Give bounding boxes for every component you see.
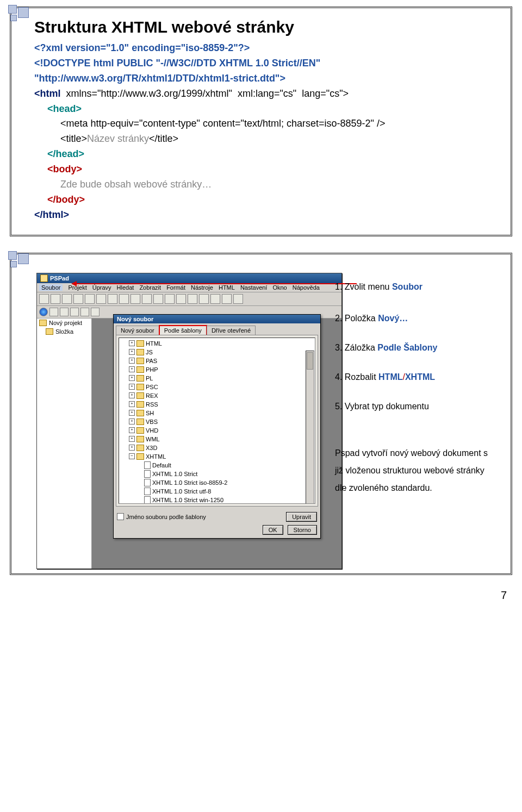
filename-by-template-checkbox[interactable]: Jméno souboru podle šablony bbox=[117, 513, 206, 520]
checkbox-icon[interactable] bbox=[117, 513, 124, 520]
folder-icon bbox=[46, 328, 53, 335]
tree-label: VHD bbox=[146, 426, 158, 435]
toolbar-button[interactable] bbox=[96, 294, 106, 304]
toolbar-button[interactable] bbox=[176, 294, 186, 304]
expand-icon[interactable]: + bbox=[129, 340, 135, 346]
tree-node-xhtml[interactable]: −XHTML bbox=[121, 452, 313, 461]
tree-node[interactable]: +REX bbox=[121, 391, 313, 400]
toolbar-button[interactable] bbox=[91, 308, 100, 316]
ok-button[interactable]: OK bbox=[263, 525, 283, 535]
tree-node[interactable]: +PL bbox=[121, 374, 313, 383]
menu-nastaveni[interactable]: Nastavení bbox=[240, 284, 268, 291]
tree-node[interactable]: +RSS bbox=[121, 400, 313, 409]
tree-leaf[interactable]: XHTML 1.0 Strict bbox=[121, 470, 313, 478]
toolbar-button[interactable] bbox=[39, 294, 49, 304]
expand-icon[interactable]: + bbox=[129, 366, 135, 372]
toolbar-button[interactable] bbox=[188, 294, 197, 304]
tab-drive-otevrene[interactable]: Dříve otevřené bbox=[207, 326, 256, 335]
edit-button[interactable]: Upravit bbox=[286, 512, 317, 522]
tree-node[interactable]: +VBS bbox=[121, 417, 313, 426]
tree-label: WML bbox=[146, 435, 160, 444]
expand-icon[interactable]: + bbox=[129, 427, 135, 433]
toolbar-button[interactable] bbox=[60, 308, 69, 316]
tree-node[interactable]: +WML bbox=[121, 435, 313, 444]
folder-icon bbox=[136, 419, 144, 425]
expand-icon[interactable]: + bbox=[129, 401, 135, 407]
menu-nastroje[interactable]: Nástroje bbox=[191, 284, 213, 291]
menu-soubor[interactable]: Soubor bbox=[39, 284, 63, 291]
toolbar-button[interactable] bbox=[165, 294, 175, 304]
menu-hledat[interactable]: Hledat bbox=[117, 284, 134, 291]
sidebar-label: Nový projekt bbox=[49, 320, 82, 326]
expand-icon[interactable]: + bbox=[129, 410, 135, 416]
toolbar bbox=[37, 292, 341, 306]
tree-node[interactable]: +X3D bbox=[121, 444, 313, 452]
tab-podle-sablony[interactable]: Podle šablony bbox=[159, 326, 207, 335]
tree-node[interactable]: +JS bbox=[121, 348, 313, 357]
tree-leaf[interactable]: XHTML 1.0 Strict win-1250 bbox=[121, 496, 313, 504]
template-tree[interactable]: +HTML +JS +PAS +PHP +PL +PSC +REX +RSS +… bbox=[119, 338, 315, 504]
menu-format[interactable]: Formát bbox=[166, 284, 185, 291]
toolbar-button[interactable] bbox=[142, 294, 152, 304]
expand-icon[interactable]: + bbox=[129, 375, 135, 381]
tree-node[interactable]: +HTML bbox=[121, 339, 313, 348]
tree-leaf[interactable]: Default bbox=[121, 461, 313, 470]
window-title: PSPad bbox=[50, 275, 69, 282]
toolbar-button[interactable] bbox=[62, 294, 72, 304]
expand-icon[interactable]: + bbox=[129, 392, 135, 398]
toolbar-button[interactable] bbox=[222, 294, 232, 304]
toolbar-button[interactable] bbox=[210, 294, 220, 304]
toolbar-button[interactable] bbox=[130, 294, 140, 304]
expand-icon[interactable]: + bbox=[129, 436, 135, 442]
cancel-button[interactable]: Storno bbox=[288, 525, 317, 535]
tree-label: PAS bbox=[146, 357, 157, 365]
expand-icon[interactable]: + bbox=[129, 349, 135, 355]
sidebar-item[interactable]: Složka bbox=[37, 327, 91, 336]
toolbar-button[interactable] bbox=[199, 294, 209, 304]
dialog-tabs: Nový soubor Podle šablony Dříve otevřené bbox=[114, 323, 320, 335]
tree-label: HTML bbox=[146, 339, 162, 348]
menu-napoveda[interactable]: Nápověda bbox=[293, 284, 320, 291]
tree-node[interactable]: +VHD bbox=[121, 426, 313, 435]
expand-icon[interactable]: + bbox=[129, 384, 135, 390]
toolbar-button[interactable] bbox=[73, 294, 83, 304]
menu-upravy[interactable]: Úpravy bbox=[92, 284, 111, 291]
scrollbar-thumb[interactable] bbox=[307, 352, 313, 370]
arrow-annotation-icon bbox=[74, 283, 357, 284]
expand-icon[interactable]: + bbox=[129, 358, 135, 364]
menu-okno[interactable]: Okno bbox=[272, 284, 287, 291]
code-line: </head> bbox=[34, 147, 498, 162]
document-icon bbox=[144, 479, 151, 486]
sidebar-item[interactable]: Nový projekt bbox=[37, 318, 91, 327]
tree-leaf[interactable]: XHTML 1.0 Strict iso-8859-2 bbox=[121, 478, 313, 487]
code-line: <title>Název stránky</title> bbox=[34, 132, 498, 147]
tree-leaf[interactable]: XHTML 1.0 Strict utf-8 bbox=[121, 487, 313, 496]
toolbar-button[interactable] bbox=[85, 294, 95, 304]
expand-icon[interactable]: + bbox=[129, 419, 135, 424]
toolbar-button[interactable] bbox=[80, 308, 89, 316]
tab-novy-soubor[interactable]: Nový soubor bbox=[116, 326, 159, 335]
tree-node[interactable]: +PHP bbox=[121, 365, 313, 374]
toolbar-button[interactable] bbox=[49, 308, 58, 316]
toolbar-button[interactable] bbox=[153, 294, 163, 304]
toolbar-button[interactable] bbox=[51, 294, 60, 304]
expand-icon[interactable]: + bbox=[129, 445, 135, 451]
folder-icon bbox=[136, 340, 144, 347]
tree-node[interactable]: +SH bbox=[121, 409, 313, 417]
toolbar-button[interactable] bbox=[233, 294, 243, 304]
globe-icon[interactable] bbox=[39, 308, 48, 316]
code-line: <meta http-equiv="content-type" content=… bbox=[34, 116, 498, 132]
tree-node[interactable]: +PSC bbox=[121, 383, 313, 391]
toolbar-button[interactable] bbox=[108, 294, 117, 304]
toolbar-button[interactable] bbox=[119, 294, 129, 304]
menu-zobrazit[interactable]: Zobrazit bbox=[139, 284, 161, 291]
new-file-dialog: Nový soubor Nový soubor Podle šablony Dř… bbox=[113, 314, 321, 539]
tree-label: XHTML 1.0 Strict utf-8 bbox=[152, 487, 211, 496]
tree-node[interactable]: +PAS bbox=[121, 357, 313, 365]
instruction-paragraph: Pspad vytvoří nový webový dokument s již… bbox=[335, 445, 498, 497]
menu-html[interactable]: HTML bbox=[219, 284, 235, 291]
toolbar-button[interactable] bbox=[70, 308, 79, 316]
slide-2: PSPad Soubor Projekt Úpravy Hledat Zobra… bbox=[10, 253, 512, 575]
scrollbar[interactable] bbox=[306, 351, 314, 504]
collapse-icon[interactable]: − bbox=[129, 453, 135, 459]
